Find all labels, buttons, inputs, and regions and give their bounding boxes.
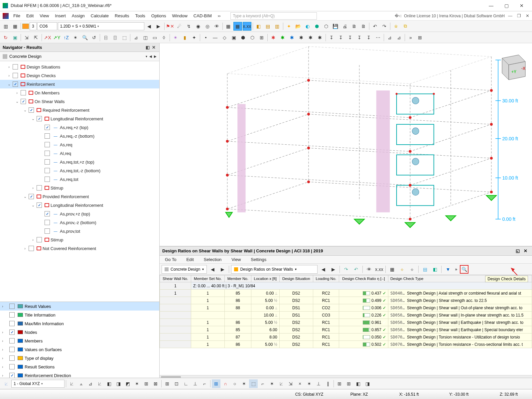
tree-checkbox[interactable] xyxy=(45,125,50,130)
tree-item[interactable]: —As,prov,+z (top) xyxy=(0,209,159,218)
lower-item[interactable]: Max/Min Information xyxy=(0,319,159,328)
tree-item[interactable]: ⌄On Shear Walls xyxy=(0,97,159,106)
tb-icon[interactable]: ⟀ xyxy=(277,379,286,388)
next-case[interactable]: ▶ xyxy=(154,22,163,31)
tb-icon[interactable]: ◨ xyxy=(114,379,123,388)
cube-icon[interactable]: ▣ xyxy=(11,33,19,42)
tree-toggle-icon[interactable]: ⌄ xyxy=(15,99,19,104)
tree-checkbox[interactable] xyxy=(13,81,18,87)
tb-icon[interactable]: ✮ xyxy=(392,22,400,31)
tree-checkbox[interactable] xyxy=(21,99,26,104)
tree-item[interactable]: ⌄Required Reinforcement xyxy=(0,106,159,114)
coord-system-combo[interactable]: 1 - Global XYZ▾ xyxy=(11,380,65,388)
tb-icon[interactable]: ◧ xyxy=(354,379,362,388)
menu-assign[interactable]: Assign xyxy=(69,12,87,20)
tb-icon[interactable]: ◧ xyxy=(105,379,113,388)
axis-x-icon[interactable]: ↗X xyxy=(43,33,52,42)
table-row[interactable]: 10.00 ⟂DS1CO30.226 ✓SD050… Strength Desi… xyxy=(160,312,532,319)
tree-checkbox[interactable] xyxy=(45,151,50,156)
tree-checkbox[interactable] xyxy=(9,330,15,335)
tree-toggle-icon[interactable]: › xyxy=(31,186,35,190)
column-header[interactable]: Location x [ft] xyxy=(251,275,279,282)
tb-icon[interactable]: ⊿ xyxy=(86,379,95,388)
tb-icon[interactable]: ⊥ xyxy=(191,379,200,388)
tb-icon[interactable]: ▥ xyxy=(1,22,10,31)
tb-icon[interactable]: x.xx xyxy=(243,22,251,31)
tree-item[interactable]: ⌄Reinforcement xyxy=(0,80,159,88)
tree-checkbox[interactable] xyxy=(45,133,50,139)
tb-icon[interactable]: ◨ xyxy=(363,379,372,388)
navigator-lower[interactable]: ›Result ValuesTitle InformationMax/Min I… xyxy=(0,302,159,380)
table-row[interactable]: 1880.00 ⟂DS1CO20.006 ✓SD050… Strength De… xyxy=(160,304,532,312)
panel-close-icon[interactable]: ✕ xyxy=(151,45,157,50)
tb-icon[interactable]: ⬚ xyxy=(120,33,129,42)
tb-icon[interactable]: ⬢ xyxy=(313,22,321,31)
results-menu-selection[interactable]: Selection xyxy=(201,256,224,263)
lower-item[interactable]: ›Result Sections xyxy=(0,362,159,371)
menu-view[interactable]: View xyxy=(37,12,52,20)
grid-icon[interactable]: ⊞ xyxy=(212,379,220,388)
table-row[interactable]: 1865.00 ½DS2RC10.961 ✓SD050… Strength De… xyxy=(160,319,532,326)
tb-icon[interactable]: ⇲ xyxy=(286,379,295,388)
tree-checkbox[interactable] xyxy=(45,142,50,147)
tree-checkbox[interactable] xyxy=(45,177,50,182)
tree-item[interactable]: —As,prov,-z (bottom) xyxy=(0,218,159,227)
tree-checkbox[interactable] xyxy=(45,220,50,225)
column-header[interactable]: Loading No. xyxy=(313,275,339,282)
table-row[interactable]: 1865.00 ½DS2RC10.502 ✓SD070… Strength De… xyxy=(160,341,532,348)
tb-icon[interactable]: ▦ xyxy=(11,22,19,31)
tb-icon[interactable]: ✶ xyxy=(305,379,314,388)
maximize-button[interactable]: ▢ xyxy=(499,1,514,11)
tree-checkbox[interactable] xyxy=(37,237,42,242)
tb-icon[interactable]: ⊿ xyxy=(132,33,140,42)
menu-overflow[interactable]: ›› xyxy=(215,12,223,20)
column-header[interactable]: Design Check Ratio η [--] xyxy=(339,275,388,282)
lower-item[interactable]: Title Information xyxy=(0,311,159,319)
tb-icon[interactable]: — xyxy=(211,33,219,42)
menu-options[interactable]: Options xyxy=(149,12,169,20)
tb-icon[interactable]: ⊞ xyxy=(163,379,172,388)
tree-item[interactable]: —As,req,tot xyxy=(0,175,159,184)
tree-checkbox[interactable] xyxy=(29,107,34,113)
tb-icon[interactable]: ▣ xyxy=(229,33,238,42)
tb-icon[interactable]: ✶ xyxy=(268,379,276,388)
tb-icon[interactable]: ⟐ xyxy=(398,265,406,274)
model-viewport[interactable]: 40.00 ft 30.00 ft 20.00 ft 10.00 ft 0.00… xyxy=(160,43,532,246)
tree-item[interactable]: ›On Members xyxy=(0,88,159,97)
tb-icon[interactable]: ✶ xyxy=(240,379,248,388)
tb-icon[interactable]: ⬡ xyxy=(248,33,257,42)
inner-minimize[interactable]: — xyxy=(507,13,514,18)
tb-icon[interactable]: ◧ xyxy=(254,22,263,31)
tb-icon[interactable]: ▦ xyxy=(224,22,233,31)
inner-close[interactable]: ✕ xyxy=(524,13,531,18)
tree-checkbox[interactable] xyxy=(9,364,15,369)
menu-insert[interactable]: Insert xyxy=(52,12,68,20)
navigator-category[interactable]: Concrete Design ▾ ◀ ▶ xyxy=(0,52,159,61)
tb-icon[interactable]: ↧ xyxy=(336,33,345,42)
tree-item[interactable]: —As,req xyxy=(0,140,159,149)
tb-icon[interactable]: ◧ xyxy=(431,265,439,274)
overflow-icon[interactable]: » xyxy=(454,267,459,272)
tb-icon[interactable]: ⊞ xyxy=(344,379,353,388)
tree-checkbox[interactable] xyxy=(45,159,50,165)
keyword-search[interactable]: Type a keyword (Alt+Q) xyxy=(230,12,317,20)
close-button[interactable]: ✕ xyxy=(514,1,529,11)
menu-edit[interactable]: Edit xyxy=(24,12,36,20)
tb-icon[interactable]: ⊞ xyxy=(335,379,344,388)
tb-icon[interactable]: ⊿ xyxy=(385,33,394,42)
tree-checkbox[interactable] xyxy=(9,373,15,378)
tb-icon[interactable]: ✱ xyxy=(306,33,315,42)
tree-checkbox[interactable] xyxy=(29,246,34,251)
tree-item[interactable]: ⌄Longitudinal Reinforcement xyxy=(0,114,159,123)
tree-toggle-icon[interactable]: › xyxy=(2,304,7,308)
eye-icon[interactable]: 👁 xyxy=(365,265,373,274)
tb-icon[interactable]: ⌹ xyxy=(111,33,119,42)
tb-icon[interactable]: ☄ xyxy=(175,22,184,31)
tb-icon[interactable]: ↷ xyxy=(342,265,350,274)
tb-icon[interactable]: ▥ xyxy=(273,22,282,31)
tb-icon[interactable]: ✱ xyxy=(269,33,278,42)
tb-icon[interactable]: ○ xyxy=(230,379,239,388)
tree-item[interactable]: ⌄Longitudinal Reinforcement xyxy=(0,201,159,209)
menu-window[interactable]: Window xyxy=(170,12,190,20)
tb-icon[interactable]: ✱ xyxy=(288,33,296,42)
